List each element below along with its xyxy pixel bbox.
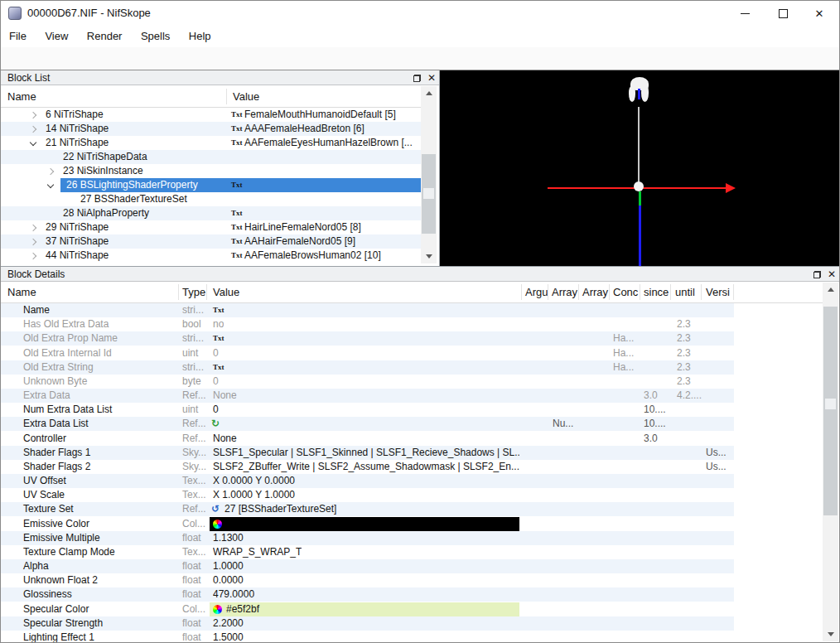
detail-row[interactable]: Old Extra Stringstri...TxtHa...2.3 bbox=[1, 360, 734, 375]
tree-item[interactable]: 23 NiSkinInstance bbox=[1, 164, 421, 178]
field-value: SLSF1_Specular | SLSF1_Skinned | SLSF1_R… bbox=[213, 446, 519, 460]
chevron-collapsed-icon[interactable] bbox=[30, 112, 36, 118]
tree-item[interactable]: 29 NiTriShapeTxtHairLineFemaleNord05 [8] bbox=[1, 220, 421, 234]
detail-row[interactable]: UV OffsetTex...X 0.0000 Y 0.0000 bbox=[1, 474, 734, 488]
detail-row[interactable]: Has Old Extra Databoolno2.3 bbox=[1, 317, 734, 331]
field-name: Unknown Byte bbox=[23, 375, 87, 389]
tree-item[interactable]: 37 NiTriShapeTxtAAHairFemaleNord05 [9] bbox=[1, 234, 421, 249]
detail-row[interactable]: Emissive Multiplefloat1.1300 bbox=[1, 531, 734, 545]
detail-row[interactable]: Old Extra Prop Namestri...TxtHa...2.3 bbox=[1, 331, 734, 346]
menu-item-view[interactable]: View bbox=[38, 26, 75, 47]
detail-row[interactable]: Texture Clamp ModeTex...WRAP_S_WRAP_T bbox=[1, 545, 734, 559]
tree-item-label: 28 NiAlphaProperty bbox=[63, 206, 149, 220]
column-divider[interactable] bbox=[178, 284, 179, 300]
column-header-array[interactable]: Array bbox=[552, 282, 577, 302]
detail-row[interactable]: Glossinessfloat479.0000 bbox=[1, 587, 734, 602]
column-divider[interactable] bbox=[609, 284, 610, 300]
float-panel-icon[interactable] bbox=[413, 75, 421, 82]
column-header-since[interactable]: since bbox=[644, 282, 669, 302]
menu-item-file[interactable]: File bbox=[2, 26, 33, 47]
detail-row[interactable]: Namestri...Txt bbox=[1, 303, 734, 317]
column-divider[interactable] bbox=[206, 284, 207, 300]
column-divider[interactable] bbox=[521, 284, 522, 300]
column-divider[interactable] bbox=[548, 284, 548, 300]
tree-item[interactable]: 26 BSLightingShaderPropertyTxt bbox=[1, 178, 421, 192]
column-divider[interactable] bbox=[640, 284, 640, 300]
column-header-conc[interactable]: Conc bbox=[613, 282, 638, 302]
detail-row[interactable]: Lighting Effect 1float1.5000 bbox=[1, 631, 734, 642]
column-divider[interactable] bbox=[733, 284, 734, 300]
tree-item[interactable]: 27 BSShaderTextureSet bbox=[1, 192, 421, 206]
chevron-expanded-icon[interactable] bbox=[47, 181, 54, 188]
detail-row[interactable]: Emissive ColorCol... bbox=[1, 517, 734, 531]
chevron-collapsed-icon[interactable] bbox=[30, 225, 36, 231]
block-details-scrollbar[interactable] bbox=[823, 283, 838, 641]
column-header-name[interactable]: Name bbox=[7, 282, 36, 302]
close-panel-icon[interactable]: ✕ bbox=[427, 73, 436, 83]
render-viewport[interactable] bbox=[440, 70, 839, 266]
detail-row[interactable]: Shader Flags 1Sky...SLSF1_Specular | SLS… bbox=[1, 446, 734, 460]
tree-item[interactable]: 44 NiTriShapeTxtAAFemaleBrowsHuman02 [10… bbox=[1, 249, 421, 263]
detail-row[interactable]: Shader Flags 2Sky...SLSF2_ZBuffer_Write … bbox=[1, 460, 734, 474]
color-swatch[interactable] bbox=[210, 517, 519, 531]
detail-row[interactable]: Extra Data ListRef...↻Nu...10.... bbox=[1, 417, 734, 431]
field-name: Num Extra Data List bbox=[23, 403, 112, 417]
detail-row[interactable]: Unknown Bytebyte02.3 bbox=[1, 375, 734, 389]
scroll-down-button[interactable] bbox=[823, 627, 838, 641]
tree-item[interactable]: 28 NiAlphaPropertyTxt bbox=[1, 206, 421, 220]
scroll-thumb[interactable] bbox=[823, 307, 838, 515]
field-type: float bbox=[182, 616, 201, 631]
detail-row[interactable]: Texture SetRef...↺27 [BSShaderTextureSet… bbox=[1, 502, 734, 516]
menu-bar: File View Render Spells Help bbox=[1, 26, 839, 47]
detail-row[interactable]: Old Extra Internal Iduint0Ha...2.3 bbox=[1, 346, 734, 360]
field-name: Old Extra Prop Name bbox=[23, 331, 118, 346]
column-divider[interactable] bbox=[701, 284, 702, 300]
tree-item[interactable]: 14 NiTriShapeTxtAAAFemaleHeadBreton [6] bbox=[1, 122, 421, 136]
minimize-button[interactable] bbox=[727, 1, 763, 26]
tree-item[interactable]: 22 NiTriShapeData bbox=[1, 150, 421, 164]
detail-row[interactable]: Alphafloat1.0000 bbox=[1, 559, 734, 573]
detail-row[interactable]: Specular ColorCol...#e5f2bf bbox=[1, 602, 734, 616]
tree-item[interactable]: 6 NiTriShapeTxtFemaleMouthHumanoidDefaul… bbox=[1, 108, 421, 122]
scroll-up-button[interactable] bbox=[421, 86, 437, 100]
close-button[interactable]: ✕ bbox=[801, 1, 838, 26]
column-divider[interactable] bbox=[226, 89, 227, 104]
field-name: Specular Color bbox=[23, 602, 89, 616]
tree-item[interactable]: 21 NiTriShapeTxtAAFemaleEyesHumanHazelBr… bbox=[1, 136, 421, 150]
scroll-down-button[interactable] bbox=[421, 249, 437, 263]
field-name: Old Extra Internal Id bbox=[23, 346, 112, 360]
column-divider[interactable] bbox=[578, 284, 579, 300]
chevron-collapsed-icon[interactable] bbox=[30, 239, 36, 245]
txt-icon: Txt bbox=[213, 360, 224, 375]
chevron-collapsed-icon[interactable] bbox=[30, 253, 36, 259]
column-header-value[interactable]: Value bbox=[233, 86, 259, 107]
column-header-value[interactable]: Value bbox=[213, 282, 239, 302]
block-list-scrollbar[interactable] bbox=[421, 86, 437, 263]
float-panel-icon[interactable] bbox=[813, 271, 821, 278]
detail-row[interactable]: Specular Strengthfloat2.2000 bbox=[1, 616, 734, 631]
column-header-argu[interactable]: Argu bbox=[525, 282, 548, 302]
chevron-collapsed-icon[interactable] bbox=[30, 126, 36, 133]
column-header-type[interactable]: Type bbox=[182, 282, 205, 302]
menu-item-help[interactable]: Help bbox=[182, 26, 218, 47]
menu-item-spells[interactable]: Spells bbox=[134, 26, 176, 47]
menu-item-render[interactable]: Render bbox=[80, 26, 129, 47]
maximize-button[interactable] bbox=[765, 1, 801, 26]
detail-row[interactable]: Unknown Float 2float0.0000 bbox=[1, 573, 734, 587]
column-header-array[interactable]: Array bbox=[582, 282, 608, 302]
scroll-thumb[interactable] bbox=[422, 154, 436, 234]
field-value: None bbox=[213, 389, 237, 403]
column-header-versi[interactable]: Versi bbox=[706, 282, 730, 302]
scroll-up-button[interactable] bbox=[823, 283, 838, 297]
detail-row[interactable]: UV ScaleTex...X 1.0000 Y 1.0000 bbox=[1, 488, 734, 502]
close-panel-icon[interactable]: ✕ bbox=[828, 269, 836, 279]
detail-row[interactable]: Extra DataRef...None3.04.2.... bbox=[1, 389, 734, 403]
column-divider[interactable] bbox=[670, 284, 671, 300]
column-header-name[interactable]: Name bbox=[7, 86, 36, 107]
field-name: Controller bbox=[23, 432, 66, 446]
chevron-collapsed-icon[interactable] bbox=[47, 168, 54, 175]
detail-row[interactable]: ControllerRef...None3.0 bbox=[1, 432, 734, 446]
detail-row[interactable]: Num Extra Data Listuint010.... bbox=[1, 403, 734, 417]
column-header-until[interactable]: until bbox=[675, 282, 695, 302]
chevron-expanded-icon[interactable] bbox=[30, 139, 36, 146]
